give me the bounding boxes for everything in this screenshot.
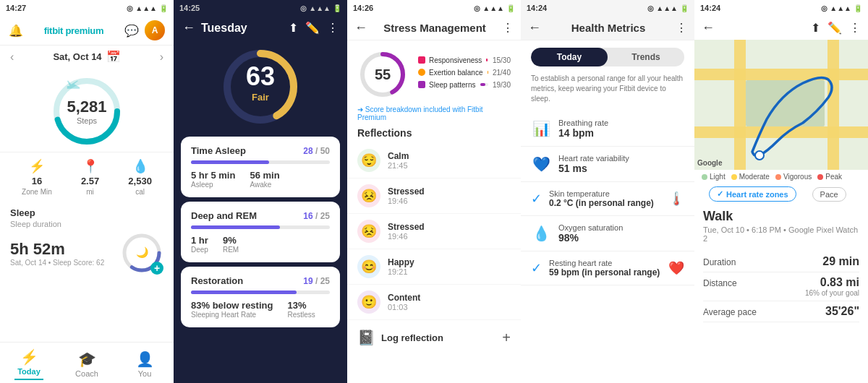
status-bar-p5: 14:24 ◎ ▲▲▲ 🔋: [694, 0, 868, 16]
zone-check-icon: ✓: [717, 189, 723, 199]
panel-walk-activity: 14:24 ◎ ▲▲▲ 🔋 ← ⬆ ✏️ ⋮ Google: [694, 0, 868, 383]
calories-value: 2,530: [128, 176, 152, 186]
reflection-stressed-2[interactable]: 😣 Stressed 19:46: [347, 214, 521, 249]
edit-icon[interactable]: ✏️: [305, 21, 320, 35]
panel-fitbit-home: 14:27 ◎ ▲▲▲ 🔋 🔔 fitbit premium 💬 A ‹ Sat…: [0, 0, 174, 383]
time-p5: 14:24: [700, 4, 720, 12]
heart-icon: ❤️: [668, 260, 684, 276]
p5-more-icon[interactable]: ⋮: [849, 21, 861, 35]
time-p2: 14:25: [179, 4, 200, 12]
sleep-row: 5h 52m Sat, Oct 14 • Sleep Score: 62 🌙 +: [10, 231, 163, 275]
nav-you[interactable]: 👤 You: [116, 350, 174, 378]
time-asleep-card[interactable]: Time Asleep 28 / 50 5 hr 5 minAsleep 56 …: [181, 137, 340, 197]
time-asleep-progress-bg: [191, 160, 330, 164]
legend-light: Light: [702, 173, 726, 181]
reflection-calm[interactable]: 😌 Calm 21:45: [347, 143, 521, 178]
deep-rem-title: Deep and REM: [191, 210, 257, 221]
status-icons-p1: ◎ ▲▲▲ 🔋: [127, 4, 168, 12]
zone-icon: ⚡: [29, 158, 45, 174]
premium-note[interactable]: ➜ Score breakdown included with Fitbit P…: [347, 106, 521, 127]
calendar-icon[interactable]: 📅: [106, 50, 121, 64]
reflection-content[interactable]: 🙂 Content 01:03: [347, 285, 521, 320]
sleep-duration-label: Sleep duration: [10, 220, 163, 228]
status-icons-p2: ◎ ▲▲▲ 🔋: [300, 4, 341, 12]
p3-more-icon[interactable]: ⋮: [502, 21, 514, 35]
activity-stats: Duration 29 min Distance 0.83 mi 16% of …: [694, 249, 868, 325]
log-reflection-row[interactable]: 📓 Log reflection +: [347, 320, 521, 355]
bottom-nav: ⚡ Today 🎓 Coach 👤 You: [0, 342, 174, 383]
calm-emoji: 😌: [357, 149, 380, 172]
skin-temp-row[interactable]: ✓ Skin temperature 0.2 °C (in personal r…: [521, 182, 694, 216]
today-label: Today: [17, 367, 41, 376]
p4-back-button[interactable]: ←: [528, 20, 541, 35]
log-plus-icon[interactable]: +: [502, 330, 511, 346]
you-icon: 👤: [136, 350, 154, 368]
steps-display: 5,281 Steps: [67, 98, 106, 125]
pace-button[interactable]: Pace: [812, 187, 846, 202]
legend-peak: Peak: [817, 173, 842, 181]
p5-share-icon[interactable]: ⬆: [811, 21, 820, 35]
p5-edit-icon[interactable]: ✏️: [827, 21, 842, 35]
hrv-icon: 💙: [531, 155, 551, 173]
p3-title: Stress Management: [383, 22, 486, 34]
distance-icon: 📍: [82, 158, 98, 174]
app-logo: fitbit premium: [44, 25, 103, 36]
p3-back-button[interactable]: ←: [354, 20, 367, 35]
p4-tabs: Today Trends: [531, 48, 684, 66]
sleep-score-label: Fair: [246, 92, 275, 103]
map-legend: Light Moderate Vigorous Peak: [694, 170, 868, 184]
nav-today[interactable]: ⚡ Today: [0, 348, 58, 380]
stressed-info-2: Stressed 19:46: [388, 222, 511, 241]
zone-value: 16: [32, 176, 42, 186]
distance-metric[interactable]: 📍 2.57 mi: [81, 158, 99, 196]
skin-temp-check-icon: ✓: [531, 191, 542, 207]
steps-circle: 5,281 Steps: [0, 68, 174, 152]
sleep-ring[interactable]: 🌙 +: [120, 231, 163, 275]
heart-rate-zones-button[interactable]: ✓ Heart rate zones: [709, 186, 796, 202]
add-sleep-button[interactable]: +: [150, 262, 163, 275]
p1-nav: ‹ Sat, Oct 14 📅 ›: [0, 46, 174, 68]
restoration-stats: 83% below restingSleeping Heart Rate 13%…: [191, 300, 330, 319]
p5-back-button[interactable]: ←: [702, 20, 715, 35]
p2-header: ← Tuesday ⬆ ✏️ ⋮: [174, 16, 347, 40]
nav-coach[interactable]: 🎓 Coach: [58, 350, 116, 378]
hrv-row[interactable]: 💙 Heart rate variability 51 ms: [521, 147, 694, 182]
restoration-title: Restoration: [191, 275, 243, 286]
back-button[interactable]: ←: [182, 20, 195, 35]
deep-rem-progress-fill: [191, 225, 280, 229]
p1-metrics-row: ⚡ 16 Zone Min 📍 2.57 mi 💧 2,530 cal: [0, 152, 174, 202]
oxygen-icon: 💧: [531, 225, 551, 242]
reflection-happy[interactable]: 😊 Happy 19:21: [347, 249, 521, 285]
prev-day-button[interactable]: ‹: [10, 51, 14, 64]
zone-label: Zone Min: [22, 188, 52, 196]
share-icon[interactable]: ⬆: [289, 21, 298, 35]
sleep-score-value: 63: [246, 61, 275, 92]
p4-more-icon[interactable]: ⋮: [676, 21, 687, 35]
status-icons-p5: ◎ ▲▲▲ 🔋: [821, 4, 862, 12]
reflection-stressed-1[interactable]: 😣 Stressed 19:46: [347, 178, 521, 214]
more-icon[interactable]: ⋮: [327, 21, 339, 35]
content-info: Content 01:03: [388, 293, 511, 311]
deep-rem-stats: 1 hrDeep 9%REM: [191, 235, 330, 254]
coach-icon: 🎓: [78, 350, 96, 368]
tab-today[interactable]: Today: [531, 48, 608, 66]
deep-rem-card[interactable]: Deep and REM 16 / 25 1 hrDeep 9%REM: [181, 202, 340, 262]
sleep-duration-display: 5h 52m Sat, Oct 14 • Sleep Score: 62: [10, 240, 104, 267]
resting-hr-row[interactable]: ✓ Resting heart rate 59 bpm (in personal…: [521, 251, 694, 285]
breathing-icon: 📊: [531, 120, 551, 137]
breathing-rate-row[interactable]: 📊 Breathing rate 14 bpm: [521, 111, 694, 147]
zone-min-metric[interactable]: ⚡ 16 Zone Min: [22, 158, 52, 196]
time-p4: 14:24: [527, 4, 547, 12]
tab-trends[interactable]: Trends: [608, 48, 684, 66]
restoration-card[interactable]: Restoration 19 / 25 83% below restingSle…: [181, 267, 340, 327]
calories-metric[interactable]: 💧 2,530 cal: [128, 158, 152, 196]
message-icon[interactable]: 💬: [124, 24, 139, 38]
notification-icon[interactable]: 🔔: [9, 24, 23, 38]
next-day-button[interactable]: ›: [160, 51, 163, 64]
avatar[interactable]: A: [145, 20, 165, 40]
restoration-progress-fill: [191, 291, 297, 294]
stress-ring: 55: [357, 49, 408, 100]
oxygen-row[interactable]: 💧 Oxygen saturation 98%: [521, 216, 694, 251]
you-label: You: [138, 369, 152, 378]
svg-text:🌙: 🌙: [136, 246, 149, 259]
